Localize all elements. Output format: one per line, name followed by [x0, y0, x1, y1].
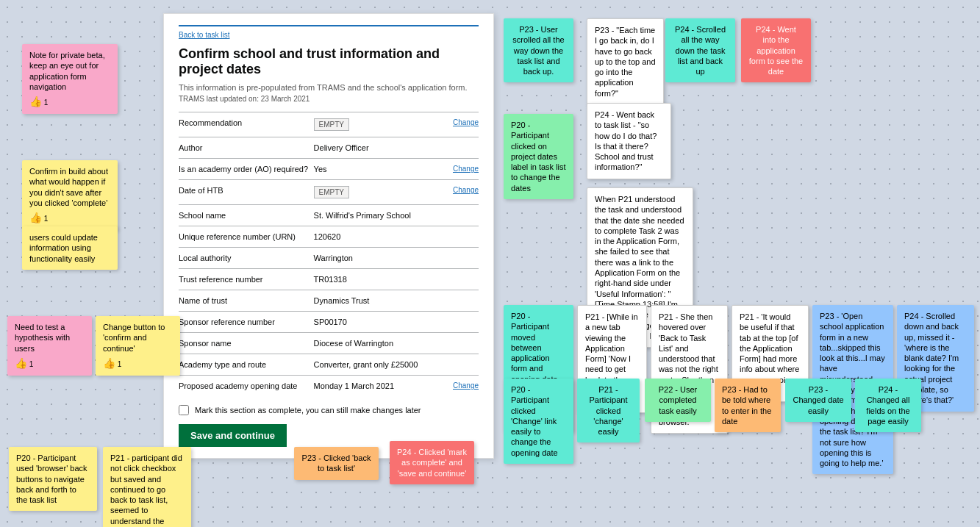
save-continue-button[interactable]: Save and continue [179, 424, 287, 447]
back-to-task-list-link[interactable]: Back to task list [179, 25, 479, 39]
note-p23-scrolled: P23 - User scrolled all the way down the… [504, 18, 573, 82]
form-row: Sponsor nameDiocese of Warrington [179, 332, 479, 354]
form-row: RecommendationEMPTYChange [179, 112, 479, 137]
form-row: AuthorDelivery Officer [179, 137, 479, 158]
field-value: SP00170 [314, 318, 479, 326]
form-row: Name of trustDynamics Trust [179, 290, 479, 311]
note-p24-scrolled: P24 - Scrolled all the way down the task… [665, 18, 735, 82]
field-label: Name of trust [179, 296, 314, 305]
complete-checkbox-row: Mark this section as complete, you can s… [179, 405, 479, 415]
field-value: EMPTY [314, 186, 447, 198]
field-value: St. Wilfrid's Primary School [314, 211, 479, 220]
form-title: Confirm school and trust information and… [179, 46, 479, 77]
field-label: Unique reference number (URN) [179, 232, 314, 241]
complete-checkbox[interactable] [179, 405, 189, 415]
field-label: Local authority [179, 254, 314, 262]
note-p24-changed-all: P24 - Changed all fields on the page eas… [855, 379, 921, 432]
change-link[interactable]: Change [453, 186, 479, 194]
note-p20-clicked-change: P20 - Participant clicked 'Change' link … [504, 379, 573, 464]
note-users-update: users could update information using fun… [22, 226, 118, 270]
form-fields: RecommendationEMPTYChangeAuthorDelivery … [179, 112, 479, 396]
field-value: Monday 1 March 2021 [314, 381, 447, 390]
change-link[interactable]: Change [453, 165, 479, 173]
field-value: Converter, grant only £25000 [314, 360, 479, 369]
field-label: Sponsor name [179, 339, 314, 348]
form-description: This information is pre-populated from T… [179, 83, 479, 92]
field-value: Dynamics Trust [314, 296, 479, 305]
note-p23-changed-date: P23 - Changed date easily [785, 379, 851, 422]
note-p22-user-completed: P22 - User completed task easily [645, 379, 711, 422]
field-label: Trust reference number [179, 275, 314, 284]
field-value: TR01318 [314, 275, 479, 284]
note-p24-clicked-mark: P24 - Clicked 'mark as complete' and 'sa… [390, 441, 474, 484]
field-label: School name [179, 211, 314, 220]
note-p23-had-to-be-told: P23 - Had to be told where to enter in t… [715, 379, 781, 432]
field-label: Recommendation [179, 118, 314, 127]
field-value: 120620 [314, 232, 479, 241]
note-p20-browser: P20 - Participant used 'browser' back bu… [9, 447, 97, 511]
form-row: Unique reference number (URN)120620 [179, 226, 479, 247]
form-row: Proposed academy opening dateMonday 1 Ma… [179, 375, 479, 396]
complete-checkbox-label: Mark this section as complete, you can s… [195, 406, 421, 415]
change-link[interactable]: Change [453, 118, 479, 126]
note-p24-went-into: P24 - Went into the application form to … [741, 18, 811, 82]
change-link[interactable]: Change [453, 381, 479, 390]
form-row: School nameSt. Wilfrid's Primary School [179, 204, 479, 226]
note-p23-each-time: P23 - "Each time I go back in, do I have… [587, 18, 664, 105]
field-label: Author [179, 143, 314, 152]
note-p21-did-not-click: P21 - participant did not click checkbox… [103, 447, 191, 527]
field-label: Is an academy order (AO) required? [179, 165, 314, 173]
form-row: Date of HTBEMPTYChange [179, 179, 479, 204]
field-value: Warrington [314, 254, 479, 262]
note-private-beta: Note for private beta, keep an eye out f… [22, 44, 118, 114]
note-confirm-build: Confirm in build about what would happen… [22, 160, 118, 230]
field-label: Academy type and route [179, 360, 314, 369]
note-change-button: Change button to 'confirm and continue' … [96, 316, 180, 376]
note-p23-clicked-back: P23 - Clicked 'back to task list' [294, 447, 379, 480]
form-row: Sponsor reference numberSP00170 [179, 311, 479, 332]
form-row: Is an academy order (AO) required?YesCha… [179, 158, 479, 179]
field-label: Proposed academy opening date [179, 381, 314, 390]
note-p21-clicked-change: P21 - Participant clicked 'change' easil… [577, 379, 640, 442]
note-p20-participant: P20 - Participant clicked on project dat… [504, 114, 573, 199]
note-p24-went-back: P24 - Went back to task list - "so how d… [587, 103, 671, 179]
field-value: Delivery Officer [314, 143, 479, 152]
field-value: Yes [314, 165, 447, 173]
note-test-hypothesis: Need to test a hypothesis with users 👍 1 [7, 316, 92, 376]
field-value: Diocese of Warrington [314, 339, 479, 348]
trams-info: TRAMS last updated on: 23 March 2021 [179, 95, 479, 103]
form-row: Academy type and routeConverter, grant o… [179, 354, 479, 375]
field-label: Sponsor reference number [179, 318, 314, 326]
form-panel: Back to task list Confirm school and tru… [163, 13, 494, 459]
form-row: Trust reference numberTR01318 [179, 268, 479, 290]
field-label: Date of HTB [179, 186, 314, 195]
form-row: Local authorityWarrington [179, 247, 479, 268]
field-value: EMPTY [314, 118, 447, 131]
